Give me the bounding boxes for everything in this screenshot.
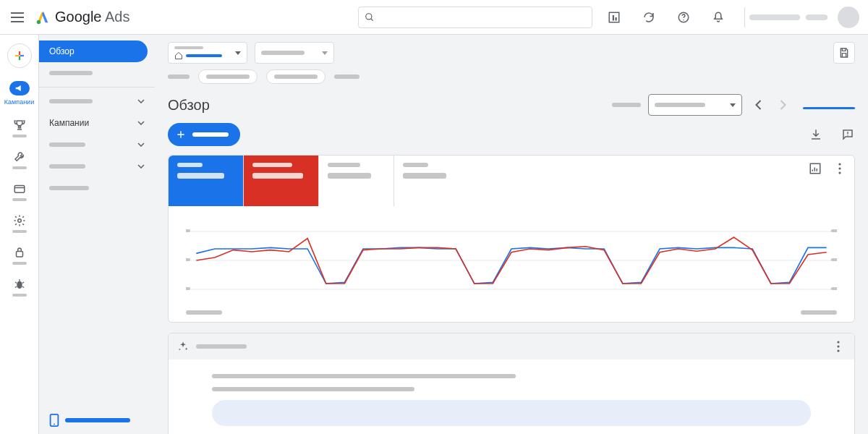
header-icon-group [607,10,726,25]
svg-rect-9 [16,252,22,258]
download-icon [809,128,822,141]
main-content: Обзор [155,35,868,434]
save-icon [838,47,850,59]
svg-rect-23 [831,229,837,232]
recommendations-body [169,359,854,434]
sidebar-footer[interactable] [39,414,155,427]
rail-skel [12,230,27,233]
feedback-button[interactable] [841,127,855,142]
metric-tabs [169,156,854,206]
lock-icon [13,246,26,259]
notifications-button[interactable] [711,10,726,25]
metric-tab-4[interactable] [394,156,469,206]
metric-tab-2[interactable] [244,156,319,206]
sidebar-item-skel-3[interactable] [39,134,155,156]
rec-menu-button[interactable] [831,339,846,354]
rail-item-goals[interactable] [0,119,38,137]
ads-logo-icon [35,9,51,25]
sidebar-item-skel-1[interactable] [39,62,155,84]
plus-multicolor-icon [13,49,26,62]
sidebar-item-overview[interactable]: Обзор [39,41,148,62]
reports-button[interactable] [607,10,621,25]
hamburger-icon [11,12,24,22]
triangle-down-icon [235,51,241,55]
create-fab[interactable] [7,43,32,68]
sidebar-footer-skel [65,418,130,422]
search-icon [365,12,375,22]
help-button[interactable] [676,10,691,25]
sidebar-item-skel-5[interactable] [39,177,155,199]
recommendations-card [168,333,855,434]
rail-skel [12,166,27,169]
rail-item-billing[interactable] [0,182,38,201]
rail-item-debug[interactable] [0,278,38,297]
filter-chip-2[interactable] [266,69,326,84]
chevron-down-icon [137,142,145,147]
date-range-selector[interactable] [648,94,742,116]
svg-point-0 [37,20,41,23]
home-icon [174,51,183,60]
metric-tab-3[interactable] [319,156,394,206]
rail-skel [12,262,27,265]
scope-bar [168,42,855,64]
metric-tab-1[interactable] [169,156,244,206]
rail-item-settings[interactable] [0,214,38,233]
user-avatar[interactable] [838,7,859,28]
hamburger-menu-button[interactable] [9,9,26,26]
chart-footer [169,310,854,322]
rail-item-campaigns[interactable]: Кампании [0,81,38,106]
rail-item-tools[interactable] [0,150,38,169]
chip-skel [168,75,190,79]
card-icon [13,182,26,195]
svg-point-15 [838,167,841,169]
chart-expand-icon [809,162,822,175]
chevron-left-icon [755,100,762,110]
sparkle-icon [177,341,189,352]
account-skel-1 [749,14,800,20]
brand-text: Google Ads [55,9,129,25]
svg-point-28 [837,349,839,352]
expand-chart-button[interactable] [808,161,822,176]
brand-word-2: Ads [105,9,129,25]
megaphone-icon [14,84,25,93]
rail-skel [12,294,27,297]
svg-rect-3 [613,15,614,21]
filter-chip-1[interactable] [198,69,258,84]
global-search-input[interactable] [358,7,592,28]
line-chart [186,221,837,300]
rail-item-security[interactable] [0,246,38,265]
svg-point-6 [683,20,684,21]
save-view-button[interactable] [833,42,855,64]
sidebar-item-skel-4[interactable] [39,156,155,177]
account-skel-2 [806,14,827,20]
new-campaign-button[interactable] [168,123,240,146]
rec-title-skel [196,344,247,349]
trophy-icon [13,119,26,132]
chart-menu-button[interactable] [833,161,847,176]
rec-input[interactable] [212,400,811,426]
plus-icon [175,129,187,140]
more-vert-icon [837,341,840,352]
performance-chart-card [168,155,855,323]
account-selector[interactable] [168,42,247,64]
refresh-button[interactable] [642,10,656,25]
download-button[interactable] [809,127,823,142]
svg-point-10 [17,281,22,289]
filter-chip-row [168,69,855,84]
secondary-sidebar: Обзор Кампании [39,35,155,434]
sidebar-item-skel-2[interactable] [39,90,155,112]
sidebar-item-campaigns[interactable]: Кампании [39,112,155,134]
triangle-down-icon [730,103,736,107]
rail-skel [12,135,27,137]
nav-rail: Кампании [0,35,39,434]
button-label-skel [192,132,229,137]
more-vert-icon [838,163,841,174]
prev-period-button[interactable] [749,96,767,114]
chevron-down-icon [137,164,145,169]
campaign-selector[interactable] [255,42,334,64]
chevron-down-icon [137,99,145,103]
chevron-down-icon [137,121,145,125]
comparison-toggle[interactable] [803,107,855,109]
chevron-right-icon [780,100,786,110]
page-title-row: Обзор [168,94,855,116]
